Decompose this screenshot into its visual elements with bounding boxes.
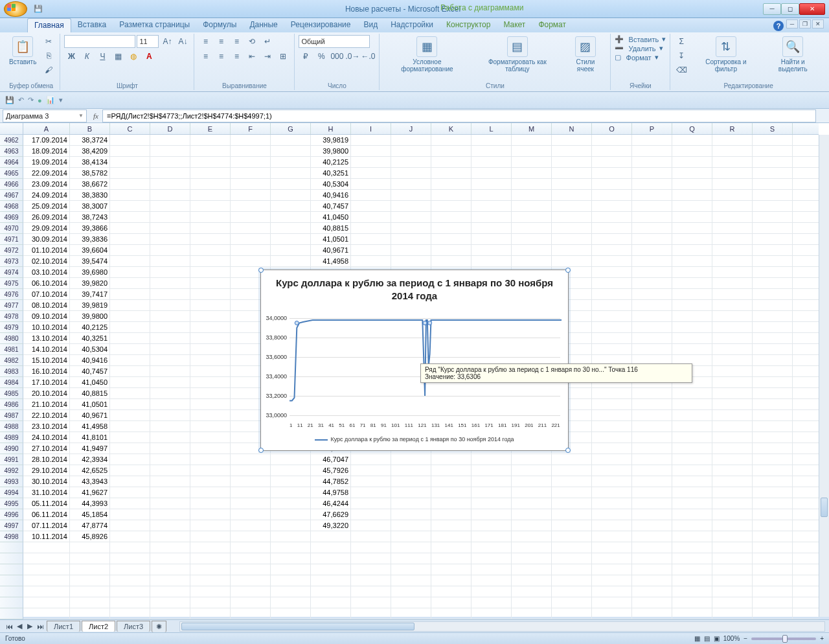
cell[interactable] <box>632 146 672 156</box>
tab-layout-chart[interactable]: Макет <box>497 18 532 32</box>
cell[interactable] <box>150 289 190 299</box>
cell[interactable] <box>632 179 672 189</box>
cell[interactable] <box>271 146 311 156</box>
cell[interactable] <box>231 245 271 255</box>
cell[interactable]: 41,9627 <box>70 487 110 498</box>
cell[interactable]: 42,6525 <box>70 465 110 476</box>
percent-button[interactable]: % <box>314 50 328 63</box>
cell[interactable] <box>512 487 552 498</box>
cell[interactable] <box>110 278 150 288</box>
cell[interactable] <box>753 388 793 398</box>
cell[interactable] <box>110 465 150 476</box>
cell[interactable] <box>231 190 271 200</box>
cell[interactable] <box>190 333 231 343</box>
cell[interactable] <box>753 234 793 244</box>
cell[interactable] <box>512 179 552 189</box>
cell[interactable]: 17.09.2014 <box>23 135 70 145</box>
cell[interactable]: 01.10.2014 <box>23 245 70 255</box>
cell[interactable] <box>110 146 150 156</box>
cell[interactable] <box>231 223 271 233</box>
cell[interactable] <box>672 465 712 476</box>
cell[interactable]: 25.09.2014 <box>23 201 70 211</box>
cell[interactable] <box>632 322 672 332</box>
cell[interactable] <box>753 443 793 454</box>
help-icon[interactable]: ? <box>773 21 784 31</box>
cell[interactable] <box>110 388 150 398</box>
tab-addins[interactable]: Надстройки <box>384 18 440 32</box>
cell[interactable] <box>712 267 753 277</box>
cell[interactable] <box>190 322 231 332</box>
cell[interactable]: 40,9671 <box>70 410 110 420</box>
cell[interactable] <box>753 311 793 321</box>
cell[interactable] <box>552 476 592 487</box>
cell[interactable] <box>391 234 431 244</box>
column-header[interactable]: A <box>23 123 70 134</box>
cell[interactable] <box>753 333 793 343</box>
mdi-close[interactable]: ✕ <box>812 19 824 29</box>
chart-handle[interactable] <box>565 268 571 273</box>
vertical-scroll-thumb[interactable] <box>821 498 828 517</box>
cell[interactable] <box>271 476 311 487</box>
cell[interactable] <box>672 498 712 509</box>
row-header[interactable]: 4993 <box>0 476 23 487</box>
cell[interactable] <box>672 267 712 277</box>
cell[interactable] <box>712 190 753 200</box>
cell[interactable] <box>431 135 471 145</box>
cell[interactable] <box>471 234 512 244</box>
row-header[interactable]: 4992 <box>0 465 23 476</box>
cell[interactable] <box>632 223 672 233</box>
cell[interactable] <box>632 454 672 465</box>
cell[interactable] <box>351 179 391 189</box>
cell[interactable] <box>110 300 150 310</box>
cell[interactable] <box>391 168 431 178</box>
cell[interactable]: 41,0501 <box>70 399 110 409</box>
cell[interactable] <box>712 377 753 387</box>
cell[interactable] <box>592 322 632 332</box>
cell[interactable] <box>592 190 632 200</box>
cell[interactable] <box>753 344 793 354</box>
cell[interactable] <box>672 179 712 189</box>
cell[interactable] <box>753 399 793 409</box>
row-header[interactable]: 4976 <box>0 289 23 300</box>
qat-save-icon[interactable]: 💾 <box>34 5 43 13</box>
cell[interactable] <box>471 509 512 520</box>
cell[interactable] <box>712 531 753 542</box>
cell[interactable] <box>351 509 391 520</box>
cell[interactable] <box>712 234 753 244</box>
cell[interactable]: 22.09.2014 <box>23 168 70 178</box>
cell[interactable] <box>110 267 150 277</box>
cell[interactable] <box>672 311 712 321</box>
cell[interactable]: 45,1854 <box>70 509 110 520</box>
cell[interactable] <box>471 256 512 266</box>
cell[interactable] <box>712 223 753 233</box>
cell[interactable] <box>351 135 391 145</box>
cell[interactable]: 41,0450 <box>70 377 110 387</box>
cell[interactable]: 02.10.2014 <box>23 256 70 266</box>
row-header[interactable]: 4986 <box>0 399 23 410</box>
cell[interactable] <box>231 201 271 211</box>
cell[interactable] <box>592 300 632 310</box>
grow-font-button[interactable]: A↑ <box>160 35 174 48</box>
align-middle-button[interactable]: ≡ <box>214 35 228 48</box>
cell[interactable]: 39,9800 <box>311 146 351 156</box>
cell[interactable] <box>712 179 753 189</box>
cell[interactable] <box>712 311 753 321</box>
cell[interactable]: 38,3830 <box>70 190 110 200</box>
cell[interactable] <box>753 212 793 222</box>
row-header[interactable]: 4974 <box>0 267 23 278</box>
cell[interactable] <box>471 454 512 465</box>
cell[interactable] <box>150 146 190 156</box>
cell[interactable] <box>391 245 431 255</box>
cell[interactable] <box>672 509 712 520</box>
find-select-button[interactable]: 🔍Найти и выделить <box>763 35 823 74</box>
sheet-nav-first[interactable]: ⏮ <box>4 621 14 632</box>
cell[interactable] <box>471 245 512 255</box>
font-color-button[interactable]: A <box>142 50 156 63</box>
cell[interactable] <box>712 333 753 343</box>
zoom-level[interactable]: 100% <box>723 635 740 642</box>
cell[interactable] <box>712 399 753 409</box>
cell[interactable] <box>512 190 552 200</box>
cell[interactable]: 08.10.2014 <box>23 300 70 310</box>
chart-legend[interactable]: Курс доллара к рублю за период с 1 январ… <box>261 436 568 443</box>
cell[interactable] <box>110 487 150 498</box>
